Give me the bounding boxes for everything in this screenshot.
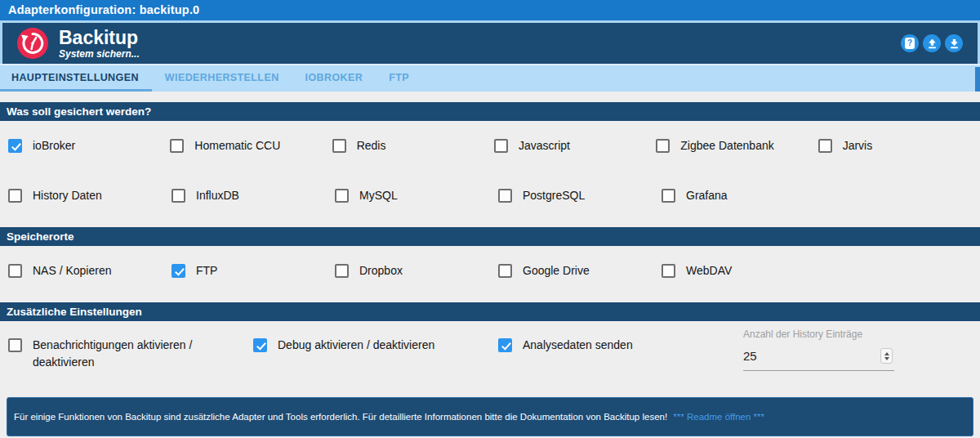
download-config-button[interactable] (945, 34, 963, 52)
tab-ftp[interactable]: FTP (376, 65, 422, 92)
checkbox-item-homematic: Homematic CCU (170, 137, 332, 154)
history-entries-label: Anzahl der History Einträge (743, 328, 894, 340)
download-icon (949, 38, 960, 49)
checkbox-item-zigbee: Zigbee Datenbank (656, 137, 817, 154)
stepper-up-icon[interactable] (884, 352, 889, 355)
tab-wiederherstellen[interactable]: WIEDERHERSTELLEN (152, 65, 292, 92)
checkbox-item-mysql: MySQL (335, 187, 498, 204)
checkbox-label: FTP (196, 262, 217, 279)
checkbox-label: Grafana (686, 187, 728, 204)
help-icon: ? (905, 38, 915, 49)
influxdb-checkbox[interactable] (172, 189, 185, 203)
checkbox-item-dropbox: Dropbox (335, 262, 498, 279)
nas-checkbox[interactable] (8, 264, 22, 278)
checkbox-label: Zigbee Datenbank (680, 137, 773, 154)
header-frame: Backitup System sichern... ? (0, 20, 980, 64)
upload-config-button[interactable] (923, 34, 941, 52)
checkbox-item-notifications: Benachrichtigungen aktivieren / deaktivi… (8, 337, 253, 371)
checkbox-item-influxdb: InfluxDB (172, 187, 335, 204)
history-entries-value[interactable]: 25 (743, 349, 757, 363)
checkbox-item-grafana: Grafana (662, 187, 825, 204)
checkbox-label: Dropbox (359, 262, 403, 279)
dialog-title: Adapterkonfiguration: backitup.0 (8, 3, 199, 16)
checkbox-item-history: History Daten (8, 187, 172, 204)
tab-iobroker[interactable]: IOBROKER (292, 65, 376, 92)
checkbox-label: ioBroker (33, 137, 75, 154)
checkbox-label: Debug aktivieren / deaktivieren (278, 337, 434, 354)
help-readme-button[interactable]: ? (901, 34, 919, 52)
analytics-checkbox[interactable] (498, 338, 512, 352)
checkbox-label: MySQL (359, 187, 398, 204)
section-header-backup: Was soll gesichert werden? (0, 102, 980, 121)
checkbox-item-webdav: WebDAV (662, 262, 825, 279)
checkbox-label: Analysedaten senden (523, 337, 633, 354)
backitup-time-machine-logo-icon (17, 28, 48, 59)
checkbox-label: Redis (357, 137, 386, 154)
readme-link[interactable]: *** Readme öffnen *** (673, 412, 764, 422)
webdav-checkbox[interactable] (662, 264, 675, 278)
info-banner-text: Für einige Funktionen von Backitup sind … (14, 411, 764, 422)
checkbox-label: Javascript (519, 137, 570, 154)
app-subtitle: System sichern... (59, 48, 901, 60)
backup-row-2: History Daten InfluxDB MySQL PostgreSQL … (0, 187, 980, 204)
section-header-extra: Zusätzliche Einstellungen (0, 302, 980, 321)
history-entries-input[interactable]: 25 (743, 343, 894, 371)
upload-icon (927, 38, 938, 49)
info-text: Für einige Funktionen von Backitup sind … (14, 412, 667, 422)
checkbox-label: Jarvis (843, 137, 873, 154)
jarvis-checkbox[interactable] (818, 139, 832, 153)
checkbox-item-analytics: Analysedaten senden (498, 337, 743, 371)
checkbox-label: Homematic CCU (194, 137, 280, 154)
title-block: Backitup System sichern... (59, 28, 901, 60)
section-header-storage: Speicherorte (0, 227, 980, 246)
header-buttons: ? (901, 34, 963, 52)
grafana-checkbox[interactable] (662, 189, 675, 203)
homematic-checkbox[interactable] (170, 139, 184, 153)
javascript-checkbox[interactable] (494, 139, 508, 153)
checkbox-item-googledrive: Google Drive (498, 262, 662, 279)
googledrive-checkbox[interactable] (498, 264, 512, 278)
checkbox-label: History Daten (33, 187, 102, 204)
checkbox-label: WebDAV (686, 262, 732, 279)
postgresql-checkbox[interactable] (498, 189, 512, 203)
extra-row: Benachrichtigungen aktivieren / deaktivi… (0, 337, 980, 371)
debug-checkbox[interactable] (253, 338, 267, 352)
checkbox-item-debug: Debug aktivieren / deaktivieren (253, 337, 498, 371)
mysql-checkbox[interactable] (335, 189, 349, 203)
checkbox-item-iobroker: ioBroker (8, 137, 170, 154)
history-checkbox[interactable] (8, 189, 22, 203)
app-title: Backitup (59, 28, 901, 47)
scrollbar-thumb[interactable] (975, 67, 980, 92)
checkbox-label: Benachrichtigungen aktivieren / deaktivi… (33, 337, 212, 371)
notifications-checkbox[interactable] (8, 338, 22, 352)
dropbox-checkbox[interactable] (335, 264, 349, 278)
redis-checkbox[interactable] (332, 139, 346, 153)
checkbox-item-ftp: FTP (172, 262, 335, 279)
history-entries-field: Anzahl der History Einträge 25 (743, 328, 894, 371)
checkbox-label: PostgreSQL (523, 187, 585, 204)
app-header: Backitup System sichern... ? (2, 23, 978, 64)
dialog-title-bar: Adapterkonfiguration: backitup.0 (0, 0, 980, 20)
checkbox-item-redis: Redis (332, 137, 494, 154)
storage-row: NAS / Kopieren FTP Dropbox Google Drive … (0, 262, 980, 279)
info-banner: Für einige Funktionen von Backitup sind … (7, 397, 973, 436)
checkbox-item-javascript: Javascript (494, 137, 656, 154)
checkbox-item-postgresql: PostgreSQL (498, 187, 662, 204)
checkbox-label: InfluxDB (196, 187, 239, 204)
checkbox-item-nas: NAS / Kopieren (8, 262, 172, 279)
ftp-checkbox[interactable] (172, 264, 185, 278)
number-stepper[interactable] (880, 348, 893, 364)
stepper-down-icon[interactable] (884, 357, 889, 360)
checkbox-label: Google Drive (523, 262, 590, 279)
tab-haupteinstellungen[interactable]: HAUPTEINSTELLUNGEN (0, 65, 152, 92)
zigbee-checkbox[interactable] (656, 139, 670, 153)
backup-row-1: ioBroker Homematic CCU Redis Javascript … (0, 137, 980, 154)
tab-bar: HAUPTEINSTELLUNGEN WIEDERHERSTELLEN IOBR… (0, 64, 980, 92)
checkbox-label: NAS / Kopieren (33, 262, 112, 279)
checkbox-item-jarvis: Jarvis (818, 137, 980, 154)
iobroker-checkbox[interactable] (8, 139, 22, 153)
